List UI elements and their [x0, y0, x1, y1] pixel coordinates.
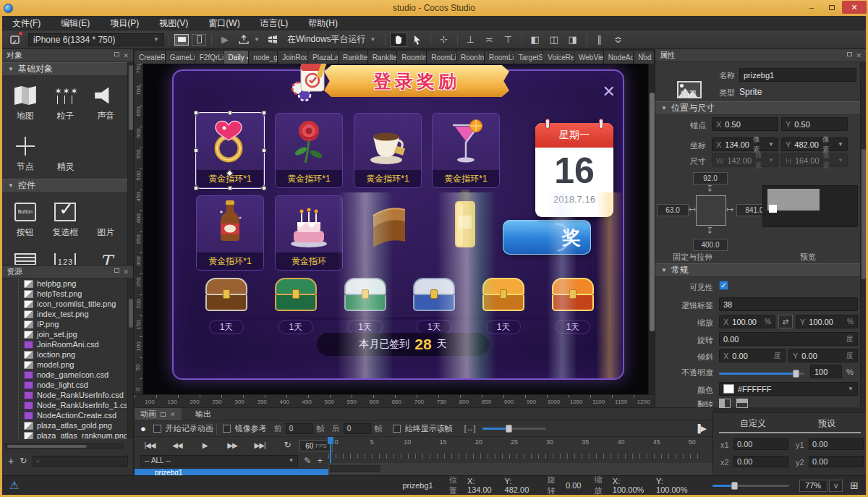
reward-card-coffee[interactable]: 黄金指环*1	[354, 113, 422, 188]
selection-handle[interactable]	[262, 111, 266, 115]
rotation-field[interactable]: 0.00度	[719, 332, 858, 346]
y2-field[interactable]: 0.00	[809, 456, 864, 467]
tab-preset-easing[interactable]: 预设	[794, 417, 859, 430]
tab-overflow-chevron[interactable]: ∨	[641, 51, 646, 58]
flip-horizontal-icon[interactable]	[719, 399, 731, 408]
refresh-resources-button[interactable]: ↻	[20, 456, 27, 466]
scale-x-field[interactable]: X100.00%	[719, 315, 775, 328]
object-palette-item[interactable]: 按钮	[5, 197, 46, 242]
align-right-icon[interactable]: ◨	[564, 33, 582, 47]
resource-file[interactable]: icon_roomlist_title.png	[24, 297, 127, 309]
scale-link-icon[interactable]: ⇄	[778, 315, 793, 328]
resource-file[interactable]: Node_RankUserInfo.csd	[24, 388, 127, 400]
float-panel-icon[interactable]	[847, 52, 852, 56]
hand-tool-icon[interactable]	[390, 33, 407, 47]
run-platform-select[interactable]: 在Windows平台运行▼	[283, 33, 380, 46]
section-widgets[interactable]: ▼控件	[2, 179, 133, 192]
close-panel-icon[interactable]: ✕	[856, 52, 861, 59]
y1-field[interactable]: 0.00	[809, 438, 864, 450]
canvas-tab[interactable]: VoiceRe	[543, 51, 574, 64]
edit-animation-icon[interactable]: ✎	[304, 456, 311, 466]
distribute-horizontal-icon[interactable]: ∥	[591, 33, 608, 47]
maximize-button[interactable]	[822, 1, 842, 14]
canvas-tab[interactable]: JoinRoc	[278, 51, 308, 64]
coord-y-field[interactable]: Y482.00像素▼	[781, 137, 848, 151]
resource-search-input[interactable]: ⌕	[33, 456, 128, 467]
next-frame-button[interactable]: ▶▶	[221, 441, 243, 449]
selection-handle[interactable]	[262, 186, 266, 190]
flip-vertical-icon[interactable]	[736, 399, 748, 408]
publish-button[interactable]	[235, 33, 252, 47]
menu-item[interactable]: 帮助(H)	[298, 16, 348, 30]
menu-item[interactable]: 窗口(W)	[198, 16, 250, 30]
record-checkbox[interactable]	[153, 425, 161, 433]
reward-card-cocktail[interactable]: 黄金指环*1	[432, 113, 500, 188]
login-reward-dialog[interactable]: 黄金指环*1 黄金指环*1	[172, 69, 624, 380]
tab-animation[interactable]: 动画 ✕	[135, 408, 182, 420]
canvas-tab[interactable]: TargetS	[514, 51, 544, 64]
canvas-tab[interactable]: NodeAc	[604, 51, 634, 64]
align-bottom-icon[interactable]: ⊥	[462, 33, 480, 47]
track-segment[interactable]	[330, 465, 380, 472]
canvas-tab[interactable]: RoomIn	[397, 51, 427, 64]
canvas-tab[interactable]: RoomLi	[485, 51, 514, 64]
reward-card-rose[interactable]: 黄金指环*1	[275, 113, 343, 188]
selection-handle[interactable]	[194, 111, 198, 115]
minimize-button[interactable]: –	[801, 1, 822, 14]
anchor-x-field[interactable]: X0.50	[712, 117, 778, 131]
selection-handle[interactable]	[228, 111, 232, 115]
anchor-y-field[interactable]: Y0.50	[781, 117, 848, 131]
canvas-tab[interactable]: RankIte	[339, 51, 368, 64]
canvas-tab[interactable]: RankIte	[368, 51, 398, 64]
pin-right-icon[interactable]: ↦	[726, 204, 733, 214]
reward-card-cake[interactable]: 黄金指环	[275, 195, 343, 271]
align-middle-icon[interactable]: ≍	[481, 33, 498, 47]
x2-field[interactable]: 0.00	[733, 456, 788, 467]
resource-file[interactable]: NodeActionCreate.csd	[24, 408, 127, 420]
tab-custom-easing[interactable]: 自定义	[720, 417, 786, 430]
onion-skin-range-icon[interactable]: [↔]	[464, 425, 476, 433]
menu-item[interactable]: 语言(L)	[250, 16, 299, 30]
signin-chest[interactable]: 1天	[203, 278, 250, 334]
chevron-down-icon[interactable]: ▼	[768, 141, 774, 148]
section-basic-objects[interactable]: ▼基础对象	[2, 62, 133, 76]
zoom-dropdown[interactable]: ∨	[829, 480, 843, 492]
align-left-icon[interactable]: ◧	[527, 33, 544, 47]
float-panel-icon[interactable]	[161, 412, 166, 417]
canvas-tab[interactable]: Daily●	[224, 51, 250, 64]
timeline-track-lane[interactable]	[328, 463, 712, 476]
play-button[interactable]: ▶	[216, 33, 234, 47]
resource-file[interactable]: plaza_atlas_ranknum.png	[24, 428, 127, 439]
onion-skin-slider[interactable]	[482, 428, 546, 430]
device-select[interactable]: iPhone 6(1334 * 750)▼	[28, 33, 164, 46]
always-show-checkbox[interactable]	[393, 425, 401, 433]
warning-icon[interactable]: ⚠	[9, 479, 19, 492]
select-tool-icon[interactable]	[409, 33, 426, 47]
selection-handle[interactable]	[228, 186, 232, 190]
objects-scrollbar[interactable]	[127, 62, 133, 265]
prev-frame-button[interactable]: ◀◀	[166, 441, 188, 449]
canvas-tab[interactable]: PlazaLa	[308, 51, 339, 64]
object-palette-item[interactable]: 声音	[85, 80, 126, 125]
before-frames-field[interactable]: 0	[286, 423, 313, 434]
menu-item[interactable]: 文件(F)	[2, 16, 51, 30]
pin-down-icon[interactable]: ↧	[706, 226, 713, 236]
resources-hscrollbar[interactable]	[5, 443, 124, 449]
canvas-tab[interactable]: RoonIn	[456, 51, 485, 64]
canvas-tab[interactable]: F2fQrLi	[195, 51, 224, 64]
resources-scrollbar[interactable]	[127, 279, 133, 439]
canvas-tab[interactable]: WebVie	[574, 51, 604, 64]
pin-left-icon[interactable]: ↤	[689, 204, 696, 214]
close-panel-icon[interactable]: ✕	[123, 52, 129, 59]
margin-bottom-field[interactable]: 400.0	[693, 239, 728, 251]
after-frames-field[interactable]: 0	[344, 423, 371, 434]
reward-card-beer[interactable]: 黄金指环*1	[196, 195, 264, 271]
properties-scrollbar[interactable]	[860, 62, 866, 407]
play-animation-button[interactable]: ▶	[194, 441, 216, 449]
object-palette-item[interactable]: 粒子	[46, 80, 86, 125]
resource-file[interactable]: plaza_atlas_gold.png	[24, 418, 127, 430]
loop-button[interactable]: ↻	[276, 440, 298, 450]
center-view-icon[interactable]: ⊹	[435, 33, 453, 47]
visible-checkbox[interactable]: ✓	[719, 281, 728, 290]
color-field[interactable]: #FFFFFF▼	[719, 382, 858, 396]
